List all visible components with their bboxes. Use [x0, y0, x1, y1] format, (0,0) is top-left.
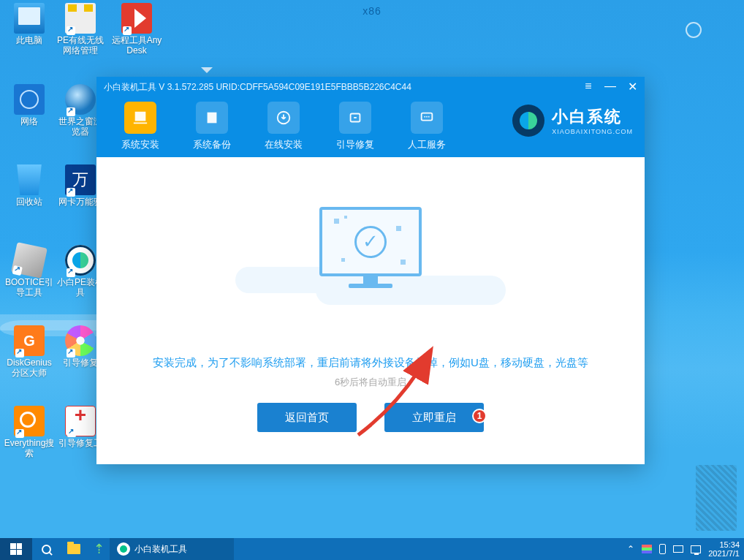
taskbar-explorer[interactable] [60, 538, 88, 560]
tray-monitor-icon[interactable] [691, 545, 701, 553]
brand: 小白系统 XIAOBAIXITONG.COM [512, 105, 633, 137]
svg-point-3 [424, 116, 425, 118]
step-marker: 1 [472, 409, 487, 423]
icon-everything[interactable]: Everything搜索 [4, 406, 55, 458]
watermark [696, 465, 737, 531]
tab-service[interactable]: 人工服务 [398, 102, 456, 151]
tray-clock[interactable]: 15:34 2021/7/1 [708, 540, 740, 558]
menu-button[interactable] [582, 80, 595, 94]
minimize-button[interactable]: — [604, 80, 617, 94]
tab-bootfix[interactable]: 引导修复 [326, 102, 384, 151]
icon-this-pc[interactable]: 此电脑 [4, 3, 55, 45]
system-tray: ⌃ 15:34 2021/7/1 [627, 540, 744, 558]
wifi-icon: ⇡ [94, 541, 105, 557]
restart-now-button[interactable]: 立即重启 1 [384, 403, 484, 432]
app-icon [117, 542, 130, 556]
taskbar-search[interactable] [32, 538, 60, 560]
install-icon [124, 102, 156, 134]
icon-recycle-bin[interactable]: 回收站 [4, 164, 55, 207]
app-title: 小白装机工具 V 3.1.572.285 URID:CDFF5A594C09E1… [104, 81, 411, 94]
icon-anydesk[interactable]: 远程工具AnyDesk [111, 3, 162, 56]
tab-install[interactable]: 系统安装 [111, 102, 170, 151]
taskbar-app[interactable]: 小白装机工具 [110, 538, 234, 560]
start-button[interactable] [0, 538, 32, 560]
app-header: 小白装机工具 V 3.1.572.285 URID:CDFF5A594C09E1… [96, 77, 645, 157]
chat-icon [411, 102, 443, 134]
message-countdown: 6秒后将自动重启 [96, 376, 645, 389]
tab-backup[interactable]: 系统备份 [183, 102, 241, 151]
tray-expand-icon[interactable]: ⌃ [627, 544, 634, 554]
app-window: 小白装机工具 V 3.1.572.285 URID:CDFF5A594C09E1… [96, 77, 645, 464]
search-icon [42, 545, 51, 554]
back-home-button[interactable]: 返回首页 [257, 403, 357, 432]
icon-network[interactable]: 网络 [4, 84, 55, 126]
download-icon [267, 102, 300, 134]
bootfix-icon [339, 102, 371, 134]
tabs: 系统安装 系统备份 在线安装 引导修复 人工服务 [111, 102, 456, 151]
tab-online[interactable]: 在线安装 [254, 102, 313, 151]
brand-logo-icon [512, 105, 544, 137]
svg-point-4 [426, 116, 428, 118]
message-main: 安装完成，为了不影响系统部署，重启前请将外接设备拔掉，例如U盘，移动硬盘，光盘等 [96, 356, 645, 370]
close-button[interactable]: ✕ [626, 80, 639, 94]
icon-pe-net[interactable]: PE有线无线网络管理 [55, 3, 106, 56]
success-illustration: ✓ [96, 207, 645, 295]
tray-flag-icon[interactable] [642, 545, 652, 553]
tray-phone-icon[interactable] [659, 544, 666, 554]
check-icon: ✓ [354, 226, 387, 258]
tray-net-icon[interactable] [673, 545, 683, 553]
taskbar: ⇡ 小白装机工具 ⌃ 15:34 2021/7/1 [0, 538, 744, 560]
icon-bootice[interactable]: BOOTICE引导工具 [4, 245, 55, 298]
taskbar-wifi[interactable]: ⇡ [88, 538, 110, 560]
icon-diskgenius[interactable]: GDiskGenius分区大师 [4, 325, 55, 378]
app-body: ✓ 安装完成，为了不影响系统部署，重启前请将外接设备拔掉，例如U盘，移动硬盘，光… [96, 157, 645, 464]
windows-icon [10, 543, 22, 555]
folder-icon [67, 544, 80, 554]
svg-point-5 [428, 116, 430, 118]
backup-icon [196, 102, 228, 134]
